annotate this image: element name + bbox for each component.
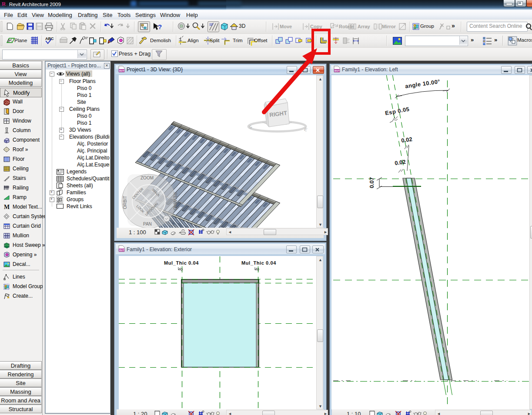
svg-text:Offset: Offset xyxy=(254,38,268,43)
svg-text:Split: Split xyxy=(210,38,220,43)
svg-text:M: M xyxy=(4,204,10,210)
svg-text:3D: 3D xyxy=(239,23,246,29)
svg-text:REWIND: REWIND xyxy=(173,193,177,210)
svg-text:ABC: ABC xyxy=(45,37,54,41)
svg-text:Mul_Thic 0.04: Mul_Thic 0.04 xyxy=(164,260,199,266)
svg-text:Trim: Trim xyxy=(233,38,243,43)
svg-text:»: » xyxy=(452,22,455,29)
svg-text:Mirror: Mirror xyxy=(382,24,396,29)
svg-text:ORBIT: ORBIT xyxy=(123,196,127,209)
svg-text:RVT: RVT xyxy=(335,70,340,72)
svg-text:Move: Move xyxy=(280,24,292,29)
svg-text:Mul_Thic 0.04: Mul_Thic 0.04 xyxy=(241,260,276,266)
svg-text:ZOOM: ZOOM xyxy=(141,176,154,180)
svg-text:Plane: Plane xyxy=(14,38,27,43)
svg-text:Demolish: Demolish xyxy=(150,38,171,43)
svg-text:RVT: RVT xyxy=(119,249,124,252)
svg-text:A: A xyxy=(5,4,7,8)
svg-text:Copy: Copy xyxy=(310,24,322,29)
svg-text:Array: Array xyxy=(358,24,371,29)
svg-text:PAN: PAN xyxy=(143,222,152,226)
svg-text:?: ? xyxy=(158,23,162,30)
svg-text:Align: Align xyxy=(187,38,199,43)
svg-text:Group: Group xyxy=(420,23,434,29)
svg-text:RVT: RVT xyxy=(119,70,124,72)
svg-text:0.07: 0.07 xyxy=(368,177,375,188)
